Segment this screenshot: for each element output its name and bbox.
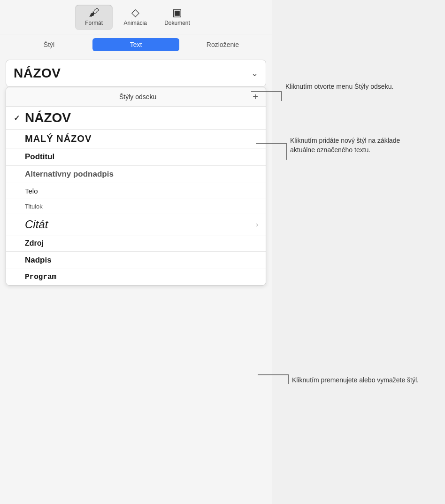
- callout-add: Kliknutím pridáte nový štýl na základe a…: [290, 136, 426, 155]
- format-button[interactable]: 🖌 Formát: [75, 5, 113, 30]
- animacia-label: Animácia: [123, 20, 146, 26]
- callout-add-text: Kliknutím pridáte nový štýl na základe a…: [290, 137, 400, 154]
- paragraph-styles-menu: Štýly odseku + ✓NÁZOVMALÝ NÁZOVPodtitulA…: [6, 87, 266, 286]
- format-label: Formát: [85, 20, 103, 26]
- chevron-citat[interactable]: ›: [256, 221, 258, 228]
- checkmark-nazov: ✓: [14, 114, 23, 123]
- style-selector[interactable]: NÁZOV ⌄: [6, 60, 266, 87]
- style-item-nazov[interactable]: ✓NÁZOV: [6, 107, 266, 130]
- style-list: ✓NÁZOVMALÝ NÁZOVPodtitulAlternatívny pod…: [6, 107, 266, 285]
- style-name-citat: Citát: [23, 218, 256, 231]
- dokument-icon: ▣: [172, 8, 182, 18]
- style-name-zdroj: Zdroj: [23, 239, 258, 248]
- format-icon: 🖌: [89, 8, 99, 18]
- style-name-maly-nazov: MALÝ NÁZOV: [23, 133, 258, 144]
- dropdown-title: Štýly odseku: [23, 93, 253, 101]
- current-style-name: NÁZOV: [14, 66, 61, 81]
- callout-rename: Kliknutím premenujete alebo vymažete štý…: [292, 376, 419, 385]
- style-item-titulok[interactable]: Titulok: [6, 199, 266, 214]
- callout-menu-text: Kliknutím otvorte menu Štýly odseku.: [285, 83, 393, 90]
- tab-rozlozenie[interactable]: Rozloženie: [179, 38, 266, 51]
- sidebar-panel: 🖌 Formát ◇ Animácia ▣ Dokument Štýl Text…: [0, 0, 272, 504]
- tab-text[interactable]: Text: [92, 38, 179, 51]
- animacia-icon: ◇: [131, 8, 139, 18]
- dokument-button[interactable]: ▣ Dokument: [158, 5, 197, 30]
- style-item-maly-nazov[interactable]: MALÝ NÁZOV: [6, 130, 266, 148]
- style-item-telo[interactable]: Telo: [6, 183, 266, 199]
- style-name-titulok: Titulok: [23, 203, 258, 210]
- style-name-nazov: NÁZOV: [23, 110, 258, 125]
- style-name-podtitul: Podtitul: [23, 152, 258, 162]
- tab-styl[interactable]: Štýl: [6, 38, 92, 51]
- dropdown-header: Štýly odseku +: [6, 87, 266, 107]
- style-item-podtitul[interactable]: Podtitul: [6, 148, 266, 166]
- animacia-button[interactable]: ◇ Animácia: [116, 5, 154, 30]
- style-name-program: Program: [23, 273, 258, 281]
- style-name-telo: Telo: [23, 187, 258, 195]
- callout-menu: Kliknutím otvorte menu Štýly odseku.: [285, 82, 393, 92]
- style-item-nadpis[interactable]: Nadpis: [6, 252, 266, 269]
- style-item-zdroj[interactable]: Zdroj: [6, 235, 266, 252]
- style-item-alternativny[interactable]: Alternatívny podnadpis: [6, 166, 266, 183]
- callout-rename-text: Kliknutím premenujete alebo vymažete štý…: [292, 376, 419, 384]
- toolbar: 🖌 Formát ◇ Animácia ▣ Dokument: [0, 0, 272, 34]
- style-name-alternativny: Alternatívny podnadpis: [23, 170, 258, 179]
- add-style-button[interactable]: +: [253, 92, 258, 101]
- segment-tabs: Štýl Text Rozloženie: [0, 34, 272, 55]
- dokument-label: Dokument: [164, 20, 190, 26]
- style-item-program[interactable]: Program: [6, 269, 266, 285]
- style-selector-arrow[interactable]: ⌄: [251, 68, 258, 78]
- style-item-citat[interactable]: Citát›: [6, 214, 266, 235]
- style-name-nadpis: Nadpis: [23, 256, 258, 265]
